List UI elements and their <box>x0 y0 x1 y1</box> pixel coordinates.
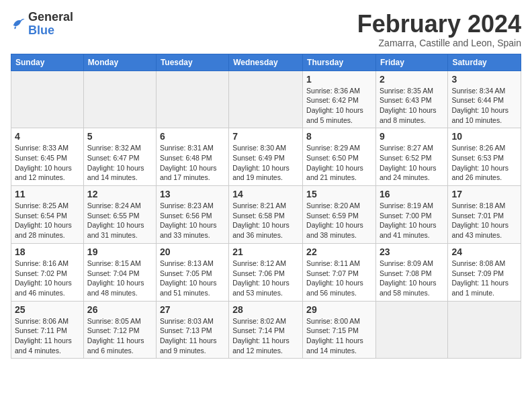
calendar-cell <box>156 71 228 128</box>
calendar-cell: 6Sunrise: 8:31 AM Sunset: 6:48 PM Daylig… <box>156 128 228 186</box>
logo-bird-icon <box>11 15 26 30</box>
day-number: 5 <box>87 131 152 142</box>
weekday-header-thursday: Thursday <box>303 54 376 71</box>
calendar-cell: 28Sunrise: 8:02 AM Sunset: 7:14 PM Dayli… <box>229 301 303 359</box>
calendar-cell: 1Sunrise: 8:36 AM Sunset: 6:42 PM Daylig… <box>303 71 376 128</box>
weekday-header-sunday: Sunday <box>11 54 84 71</box>
calendar-cell <box>375 301 447 359</box>
day-number: 15 <box>306 189 372 199</box>
day-info: Sunrise: 8:00 AM Sunset: 7:15 PM Dayligh… <box>306 316 372 356</box>
month-title: February 2024 <box>357 11 521 38</box>
calendar-cell: 25Sunrise: 8:06 AM Sunset: 7:11 PM Dayli… <box>11 301 84 359</box>
day-number: 3 <box>451 74 517 85</box>
calendar-cell: 8Sunrise: 8:29 AM Sunset: 6:50 PM Daylig… <box>303 128 376 186</box>
logo: General Blue <box>11 11 73 38</box>
calendar-cell: 12Sunrise: 8:24 AM Sunset: 6:55 PM Dayli… <box>83 186 156 244</box>
day-info: Sunrise: 8:23 AM Sunset: 6:56 PM Dayligh… <box>160 201 225 240</box>
calendar-cell: 19Sunrise: 8:15 AM Sunset: 7:04 PM Dayli… <box>83 243 156 301</box>
calendar-cell: 3Sunrise: 8:34 AM Sunset: 6:44 PM Daylig… <box>448 71 521 128</box>
calendar-cell: 18Sunrise: 8:16 AM Sunset: 7:02 PM Dayli… <box>11 243 84 301</box>
calendar-cell: 21Sunrise: 8:12 AM Sunset: 7:06 PM Dayli… <box>229 243 303 301</box>
calendar-week-row: 4Sunrise: 8:33 AM Sunset: 6:45 PM Daylig… <box>11 128 521 186</box>
weekday-header-monday: Monday <box>83 54 156 71</box>
day-number: 25 <box>15 304 80 315</box>
calendar-week-row: 1Sunrise: 8:36 AM Sunset: 6:42 PM Daylig… <box>11 71 521 128</box>
day-info: Sunrise: 8:12 AM Sunset: 7:06 PM Dayligh… <box>232 259 299 298</box>
day-info: Sunrise: 8:06 AM Sunset: 7:11 PM Dayligh… <box>15 316 80 356</box>
weekday-header-row: SundayMondayTuesdayWednesdayThursdayFrid… <box>11 54 521 71</box>
day-number: 18 <box>15 246 80 257</box>
day-info: Sunrise: 8:18 AM Sunset: 7:01 PM Dayligh… <box>451 201 517 240</box>
day-info: Sunrise: 8:27 AM Sunset: 6:52 PM Dayligh… <box>380 143 444 183</box>
calendar-cell: 9Sunrise: 8:27 AM Sunset: 6:52 PM Daylig… <box>375 128 447 186</box>
calendar-cell <box>229 71 303 128</box>
day-info: Sunrise: 8:25 AM Sunset: 6:54 PM Dayligh… <box>15 201 80 240</box>
day-info: Sunrise: 8:16 AM Sunset: 7:02 PM Dayligh… <box>15 259 80 298</box>
title-block: February 2024 Zamarra, Castille and Leon… <box>357 11 521 48</box>
calendar-cell <box>83 71 156 128</box>
day-info: Sunrise: 8:30 AM Sunset: 6:49 PM Dayligh… <box>232 143 299 183</box>
calendar-cell: 2Sunrise: 8:35 AM Sunset: 6:43 PM Daylig… <box>375 71 447 128</box>
day-number: 4 <box>15 131 80 142</box>
calendar-cell: 13Sunrise: 8:23 AM Sunset: 6:56 PM Dayli… <box>156 186 228 244</box>
calendar-cell: 15Sunrise: 8:20 AM Sunset: 6:59 PM Dayli… <box>303 186 376 244</box>
day-number: 12 <box>87 189 152 199</box>
day-info: Sunrise: 8:32 AM Sunset: 6:47 PM Dayligh… <box>87 143 152 183</box>
location-subtitle: Zamarra, Castille and Leon, Spain <box>357 38 521 48</box>
day-number: 1 <box>306 74 372 85</box>
calendar-cell: 17Sunrise: 8:18 AM Sunset: 7:01 PM Dayli… <box>448 186 521 244</box>
calendar-cell: 20Sunrise: 8:13 AM Sunset: 7:05 PM Dayli… <box>156 243 228 301</box>
calendar-week-row: 18Sunrise: 8:16 AM Sunset: 7:02 PM Dayli… <box>11 243 521 301</box>
day-number: 27 <box>160 304 225 315</box>
weekday-header-saturday: Saturday <box>448 54 521 71</box>
calendar-cell: 27Sunrise: 8:03 AM Sunset: 7:13 PM Dayli… <box>156 301 228 359</box>
day-info: Sunrise: 8:36 AM Sunset: 6:42 PM Dayligh… <box>306 86 372 126</box>
logo-text: General Blue <box>28 11 73 38</box>
calendar-cell <box>11 71 84 128</box>
day-info: Sunrise: 8:02 AM Sunset: 7:14 PM Dayligh… <box>232 316 299 356</box>
day-info: Sunrise: 8:34 AM Sunset: 6:44 PM Dayligh… <box>451 86 517 126</box>
day-info: Sunrise: 8:09 AM Sunset: 7:08 PM Dayligh… <box>380 259 444 298</box>
day-info: Sunrise: 8:08 AM Sunset: 7:09 PM Dayligh… <box>451 259 517 298</box>
day-number: 13 <box>160 189 225 199</box>
day-number: 14 <box>232 189 299 199</box>
day-number: 26 <box>87 304 152 315</box>
day-number: 7 <box>232 131 299 142</box>
day-info: Sunrise: 8:19 AM Sunset: 7:00 PM Dayligh… <box>380 201 444 240</box>
calendar-cell <box>448 301 521 359</box>
calendar-cell: 24Sunrise: 8:08 AM Sunset: 7:09 PM Dayli… <box>448 243 521 301</box>
day-info: Sunrise: 8:20 AM Sunset: 6:59 PM Dayligh… <box>306 201 372 240</box>
day-info: Sunrise: 8:15 AM Sunset: 7:04 PM Dayligh… <box>87 259 152 298</box>
day-info: Sunrise: 8:35 AM Sunset: 6:43 PM Dayligh… <box>380 86 444 126</box>
page-header: General Blue February 2024 Zamarra, Cast… <box>11 11 521 48</box>
calendar-cell: 29Sunrise: 8:00 AM Sunset: 7:15 PM Dayli… <box>303 301 376 359</box>
calendar-week-row: 11Sunrise: 8:25 AM Sunset: 6:54 PM Dayli… <box>11 186 521 244</box>
weekday-header-tuesday: Tuesday <box>156 54 228 71</box>
calendar-cell: 26Sunrise: 8:05 AM Sunset: 7:12 PM Dayli… <box>83 301 156 359</box>
calendar-week-row: 25Sunrise: 8:06 AM Sunset: 7:11 PM Dayli… <box>11 301 521 359</box>
day-number: 19 <box>87 246 152 257</box>
calendar-cell: 16Sunrise: 8:19 AM Sunset: 7:00 PM Dayli… <box>375 186 447 244</box>
day-number: 10 <box>451 131 517 142</box>
day-number: 20 <box>160 246 225 257</box>
weekday-header-wednesday: Wednesday <box>229 54 303 71</box>
weekday-header-friday: Friday <box>375 54 447 71</box>
calendar-cell: 5Sunrise: 8:32 AM Sunset: 6:47 PM Daylig… <box>83 128 156 186</box>
day-number: 8 <box>306 131 372 142</box>
calendar-cell: 23Sunrise: 8:09 AM Sunset: 7:08 PM Dayli… <box>375 243 447 301</box>
calendar-table: SundayMondayTuesdayWednesdayThursdayFrid… <box>11 54 521 359</box>
day-number: 23 <box>380 246 444 257</box>
day-number: 2 <box>380 74 444 85</box>
calendar-cell: 10Sunrise: 8:26 AM Sunset: 6:53 PM Dayli… <box>448 128 521 186</box>
calendar-cell: 14Sunrise: 8:21 AM Sunset: 6:58 PM Dayli… <box>229 186 303 244</box>
calendar-cell: 4Sunrise: 8:33 AM Sunset: 6:45 PM Daylig… <box>11 128 84 186</box>
day-info: Sunrise: 8:11 AM Sunset: 7:07 PM Dayligh… <box>306 259 372 298</box>
day-number: 17 <box>451 189 517 199</box>
day-info: Sunrise: 8:29 AM Sunset: 6:50 PM Dayligh… <box>306 143 372 183</box>
day-info: Sunrise: 8:33 AM Sunset: 6:45 PM Dayligh… <box>15 143 80 183</box>
calendar-cell: 7Sunrise: 8:30 AM Sunset: 6:49 PM Daylig… <box>229 128 303 186</box>
day-number: 16 <box>380 189 444 199</box>
day-number: 11 <box>15 189 80 199</box>
calendar-cell: 11Sunrise: 8:25 AM Sunset: 6:54 PM Dayli… <box>11 186 84 244</box>
day-number: 28 <box>232 304 299 315</box>
